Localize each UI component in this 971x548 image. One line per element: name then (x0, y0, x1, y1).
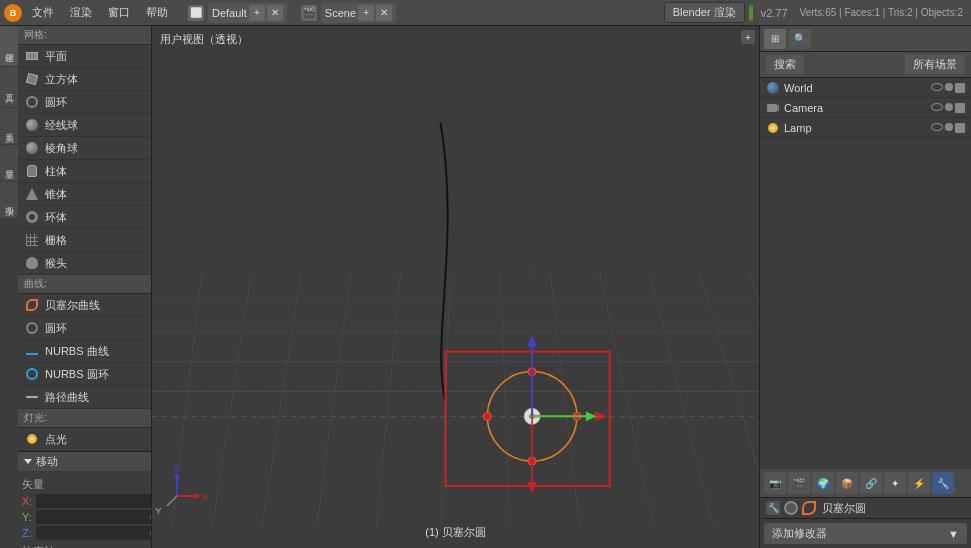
cylinder-label: 柱体 (45, 164, 67, 179)
viewport[interactable]: 用户视图（透视） + (152, 26, 759, 548)
x-label: X: (22, 495, 32, 507)
circle-label: 圆环 (45, 95, 67, 110)
render-engine-dropdown[interactable]: Blender 渲染 (664, 2, 745, 23)
svg-text:Z: Z (174, 462, 180, 473)
z-input[interactable] (36, 526, 152, 540)
add-modifier-label: 添加修改器 (772, 526, 827, 541)
outliner-item-lamp[interactable]: Lamp (760, 118, 971, 138)
viewport-expand-btn[interactable]: + (741, 30, 755, 44)
curve-header: 曲线: (18, 275, 151, 294)
sidebar-item-plane[interactable]: 平面 (18, 45, 151, 68)
props-object-bar: 🔧 (760, 498, 971, 519)
sidebar-item-grid[interactable]: 栅格 (18, 229, 151, 252)
sidebar-item-circle[interactable]: 圆环 (18, 91, 151, 114)
bezier-icon (24, 297, 40, 313)
lamp-label: 点光 (45, 432, 67, 447)
sidebar-item-cube[interactable]: 立方体 (18, 68, 151, 91)
svg-rect-1 (152, 43, 759, 531)
sidebar-item-torus[interactable]: 环体 (18, 206, 151, 229)
y-input[interactable] (36, 510, 152, 524)
camera-render-icon[interactable] (955, 103, 965, 113)
uvsphere-icon (24, 117, 40, 133)
outliner-item-world[interactable]: World (760, 78, 971, 98)
scene-type-icon[interactable]: 🎬 (301, 5, 317, 21)
nurbs-curve-icon (24, 343, 40, 359)
sidebar-tab-relations[interactable]: 关系 (0, 108, 18, 144)
editor-type-icon[interactable]: ⬜ (188, 5, 204, 21)
sidebar-item-uvsphere[interactable]: 经线球 (18, 114, 151, 137)
prop-physics-btn[interactable]: ⚡ (908, 472, 930, 494)
camera-eye-icon[interactable] (931, 103, 943, 111)
right-scene-bar: 搜索 所有场景 (760, 52, 971, 78)
right-tab-view[interactable]: ⊞ (764, 29, 786, 49)
sidebar-tab-display[interactable]: 显示 (0, 145, 18, 181)
scene-all-btn[interactable]: 所有场景 (905, 55, 965, 74)
layout-del-btn[interactable]: ✕ (267, 5, 283, 21)
torus-icon (24, 209, 40, 225)
prop-world-btn[interactable]: 🌍 (812, 472, 834, 494)
torus-label: 环体 (45, 210, 67, 225)
sidebar-tab-misc[interactable]: 杂项 (0, 182, 18, 218)
props-object-name-input[interactable] (820, 501, 965, 515)
sidebar-mode-tabs: 创建 工具 关系 显示 杂项 (0, 26, 18, 218)
prop-render-btn[interactable]: 📷 (764, 472, 786, 494)
sidebar-item-nurbs-curve[interactable]: NURBS 曲线 (18, 340, 151, 363)
blender-logo: B (4, 4, 22, 22)
sidebar-tab-create[interactable]: 创建 (0, 26, 18, 66)
camera-select-icon[interactable] (945, 103, 953, 111)
menu-render[interactable]: 渲染 (64, 3, 98, 22)
prop-object-btn[interactable]: 📦 (836, 472, 858, 494)
vector-label: 矢量 (22, 475, 147, 494)
outliner-item-camera[interactable]: Camera (760, 98, 971, 118)
nurbs-circle-icon (24, 366, 40, 382)
prop-constraints-btn[interactable]: 🔗 (860, 472, 882, 494)
sidebar-item-monkey[interactable]: 猴头 (18, 252, 151, 275)
world-render-icon[interactable] (955, 83, 965, 93)
layout-add-btn[interactable]: + (249, 5, 265, 21)
layout-label: Default (212, 7, 247, 19)
lamp-outliner-icon (766, 121, 780, 135)
world-eye-icon[interactable] (931, 83, 943, 91)
lamp-select-icon[interactable] (945, 123, 953, 131)
prop-particles-btn[interactable]: ✦ (884, 472, 906, 494)
lamp-label: Lamp (784, 122, 927, 134)
x-input[interactable] (36, 494, 152, 508)
sidebar-tab-tools[interactable]: 工具 (0, 67, 18, 107)
menu-file[interactable]: 文件 (26, 3, 60, 22)
stats-label: Verts:65 | Faces:1 | Tris:2 | Objects:2 (796, 7, 967, 18)
sidebar-item-icosphere[interactable]: 棱角球 (18, 137, 151, 160)
menu-window[interactable]: 窗口 (102, 3, 136, 22)
add-modifier-dropdown[interactable]: 添加修改器 ▼ (764, 523, 967, 544)
prop-scene-btn[interactable]: 🎬 (788, 472, 810, 494)
lamp-eye-icon[interactable] (931, 123, 943, 131)
icosphere-label: 棱角球 (45, 141, 78, 156)
scene-del-btn[interactable]: ✕ (376, 5, 392, 21)
sidebar-item-cone[interactable]: 锥体 (18, 183, 151, 206)
viewport-label: 用户视图（透视） (160, 32, 248, 47)
camera-label: Camera (784, 102, 927, 114)
move-panel-header[interactable]: 移动 (18, 451, 151, 471)
props-chain-icon (784, 501, 798, 515)
prop-modifier-btn[interactable]: 🔧 (932, 472, 954, 494)
right-tab-search[interactable]: 🔍 (789, 29, 811, 49)
sidebar-item-lamp[interactable]: 点光 (18, 428, 151, 451)
sidebar-item-nurbs-circle[interactable]: NURBS 圆环 (18, 363, 151, 386)
y-label: Y: (22, 511, 32, 523)
scene-search-btn[interactable]: 搜索 (766, 55, 804, 74)
plane-label: 平面 (45, 49, 67, 64)
sidebar-item-cylinder[interactable]: 柱体 (18, 160, 151, 183)
lamp-render-icon[interactable] (955, 123, 965, 133)
version-label: v2.77 (757, 7, 792, 19)
scene-add-btn[interactable]: + (358, 5, 374, 21)
add-modifier-arrow: ▼ (948, 528, 959, 540)
sidebar-content: 网格: 平面 立方体 圆环 经线球 棱角球 (18, 26, 151, 548)
world-select-icon[interactable] (945, 83, 953, 91)
world-outliner-icon (766, 81, 780, 95)
svg-rect-47 (767, 104, 777, 112)
sidebar-item-path[interactable]: 路径曲线 (18, 386, 151, 409)
menu-help[interactable]: 帮助 (140, 3, 174, 22)
cube-icon (24, 71, 40, 87)
sidebar-item-bezier[interactable]: 贝塞尔曲线 (18, 294, 151, 317)
sidebar-item-curve-circle[interactable]: 圆环 (18, 317, 151, 340)
constraint-label: 约束轴 (22, 542, 147, 548)
